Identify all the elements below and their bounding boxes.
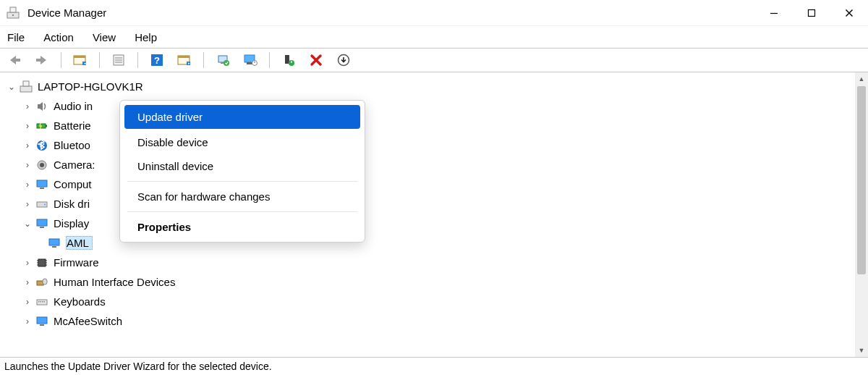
- expander-icon[interactable]: ›: [22, 140, 33, 151]
- scroll-thumb[interactable]: [857, 86, 866, 274]
- svg-rect-47: [40, 227, 44, 228]
- close-button[interactable]: [830, 0, 868, 25]
- tree-item-label: AML: [66, 236, 93, 250]
- expander-icon[interactable]: ⌄: [22, 219, 33, 229]
- window-title: Device Manager: [27, 7, 106, 19]
- tree-root-label: LAPTOP-HGLOVK1R: [38, 80, 143, 93]
- tree-area: ⌄ LAPTOP-HGLOVK1R › Audio in › Batterie …: [0, 72, 868, 358]
- svg-rect-7: [15, 59, 20, 62]
- statusbar: Launches the Update Driver Wizard for th…: [0, 358, 868, 375]
- svg-rect-4: [809, 9, 815, 16]
- expander-icon[interactable]: ›: [22, 121, 33, 131]
- menu-help[interactable]: Help: [132, 30, 160, 45]
- display-adapter-icon: [47, 236, 61, 250]
- computer-icon: [19, 80, 33, 94]
- svg-rect-64: [37, 317, 47, 324]
- svg-rect-46: [37, 219, 47, 226]
- bluetooth-icon: [35, 138, 49, 153]
- vertical-scrollbar[interactable]: ▲ ▼: [855, 72, 868, 357]
- tree-item-label: Bluetoo: [54, 139, 90, 151]
- svg-rect-36: [23, 81, 29, 86]
- menu-uninstall-device[interactable]: Uninstall device: [120, 154, 365, 178]
- tree-item-hid[interactable]: › Human Interface Devices: [6, 272, 855, 292]
- svg-rect-61: [41, 301, 42, 303]
- maximize-button[interactable]: [793, 0, 830, 25]
- svg-text:◂: ◂: [84, 61, 86, 65]
- tree-item-firmware[interactable]: › Firmware: [6, 253, 855, 272]
- enable-device-button[interactable]: [242, 51, 259, 69]
- properties-button[interactable]: [110, 51, 127, 69]
- svg-rect-48: [49, 239, 59, 245]
- expander-icon[interactable]: ›: [22, 316, 33, 326]
- help-button[interactable]: ?: [148, 51, 166, 69]
- expander-icon[interactable]: ›: [22, 297, 33, 307]
- display-adapter-icon: [35, 216, 49, 231]
- titlebar: Device Manager: [0, 0, 868, 26]
- network-adapter-icon: [35, 314, 49, 329]
- svg-rect-42: [37, 180, 47, 187]
- menu-properties[interactable]: Properties: [120, 215, 365, 239]
- svg-rect-49: [52, 246, 56, 248]
- expander-icon[interactable]: ›: [22, 160, 33, 170]
- scroll-down-icon[interactable]: ▼: [855, 344, 868, 357]
- menu-action[interactable]: Action: [41, 30, 77, 45]
- uninstall-device-button[interactable]: [307, 51, 325, 69]
- tree-item-mcafee[interactable]: › McAfeeSwitch: [6, 311, 855, 331]
- expander-icon[interactable]: ›: [22, 101, 33, 111]
- install-legacy-button[interactable]: [335, 51, 352, 69]
- svg-point-45: [44, 203, 46, 205]
- camera-icon: [35, 158, 49, 172]
- battery-icon: [35, 119, 49, 133]
- tree-item-label: Display: [54, 217, 89, 229]
- menu-scan-hardware[interactable]: Scan for hardware changes: [120, 185, 365, 208]
- show-hidden-button[interactable]: ◂: [72, 51, 89, 69]
- menu-disable-device[interactable]: Disable device: [120, 130, 365, 154]
- svg-point-25: [224, 60, 229, 66]
- svg-rect-43: [40, 188, 44, 189]
- svg-rect-35: [20, 86, 32, 92]
- expander-icon[interactable]: ⌄: [6, 82, 17, 92]
- hid-icon: [35, 275, 49, 290]
- svg-text:?: ?: [154, 55, 160, 66]
- app-icon: [6, 6, 20, 20]
- svg-rect-62: [42, 301, 43, 303]
- tree-root[interactable]: ⌄ LAPTOP-HGLOVK1R: [6, 77, 855, 96]
- svg-rect-65: [40, 324, 44, 326]
- tree-item-label: Keyboards: [54, 295, 106, 308]
- menu-file[interactable]: File: [4, 30, 27, 45]
- svg-rect-1: [10, 7, 16, 12]
- menu-update-driver[interactable]: Update driver: [124, 105, 360, 129]
- monitor-icon: [35, 177, 49, 192]
- update-driver-button[interactable]: [214, 51, 231, 69]
- expander-icon[interactable]: ›: [22, 277, 33, 287]
- svg-rect-63: [44, 301, 46, 303]
- svg-text:▸: ▸: [188, 61, 190, 65]
- toolbar: ◂ ? ▸: [0, 48, 868, 72]
- context-menu: Update driver Disable device Uninstall d…: [119, 100, 365, 243]
- disable-device-button[interactable]: [280, 51, 297, 69]
- svg-rect-8: [36, 59, 41, 62]
- scroll-up-icon[interactable]: ▲: [855, 72, 868, 85]
- chip-icon: [35, 256, 49, 270]
- tree-item-label: Firmware: [54, 256, 99, 269]
- menu-view[interactable]: View: [90, 30, 119, 45]
- expander-icon[interactable]: ›: [22, 180, 33, 190]
- tree-item-keyboards[interactable]: › Keyboards: [6, 292, 855, 311]
- forward-button[interactable]: [33, 51, 51, 69]
- svg-rect-27: [247, 62, 252, 64]
- tree-item-label: Audio in: [54, 100, 93, 112]
- svg-point-2: [12, 14, 14, 15]
- svg-rect-58: [43, 279, 47, 285]
- tree-item-label: Disk dri: [54, 198, 90, 210]
- minimize-button[interactable]: [755, 0, 793, 25]
- svg-rect-38: [46, 125, 47, 127]
- menubar: File Action View Help: [0, 26, 868, 48]
- svg-rect-20: [178, 56, 190, 58]
- svg-rect-10: [74, 56, 85, 58]
- expander-icon[interactable]: ›: [22, 199, 33, 209]
- expander-icon[interactable]: ›: [22, 258, 33, 268]
- tree-item-label: McAfeeSwitch: [54, 315, 122, 327]
- back-button[interactable]: [6, 51, 23, 69]
- scan-hardware-button[interactable]: ▸: [176, 51, 193, 69]
- menu-separator: [127, 181, 357, 182]
